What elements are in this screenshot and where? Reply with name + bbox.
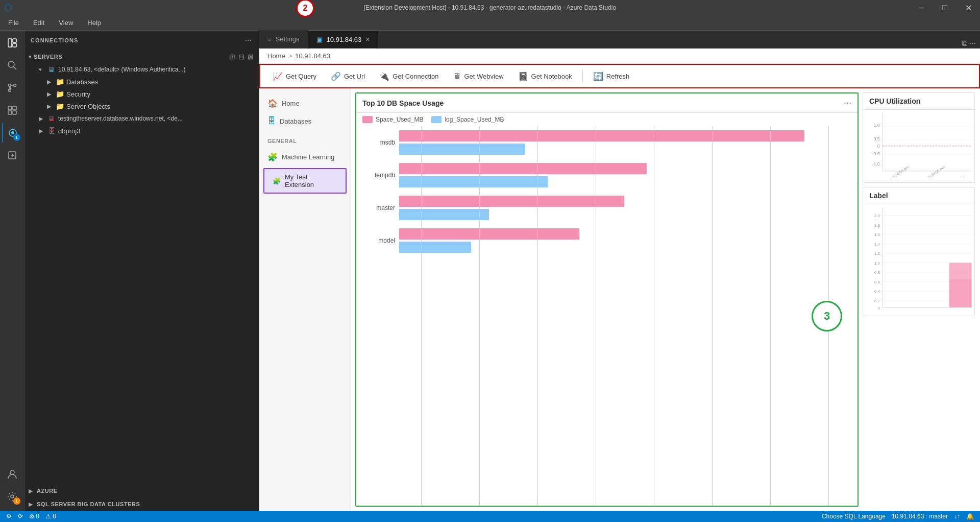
collapse-icon[interactable]: ⊠ — [247, 52, 255, 62]
breadcrumb-sep: > — [288, 52, 292, 60]
app-logo: ⬡ — [4, 2, 12, 13]
statusbar-notify-icon[interactable]: 🔔 — [966, 513, 974, 520]
db-chart-title: Top 10 DB Space Usage — [362, 99, 444, 107]
more-tabs-icon[interactable]: ··· — [969, 39, 976, 48]
server-objects-node[interactable]: ▶ 📁 Server Objects — [24, 100, 259, 112]
label-chart: Label — [863, 187, 975, 316]
label-chart-svg: 2.0 1.8 1.6 1.4 1.2 1.0 0.8 0.6 0.4 0. — [863, 204, 974, 316]
tab-server[interactable]: ▣ 10.91.84.63 × — [308, 30, 379, 48]
svg-rect-10 — [8, 111, 12, 114]
security-label: Security — [66, 90, 90, 98]
breadcrumb-home[interactable]: Home — [267, 52, 285, 60]
activity-account[interactable] — [2, 464, 22, 484]
servers-actions: ⊞ ⊟ ⊠ — [228, 52, 255, 62]
statusbar-settings-icon[interactable]: ⚙ — [6, 513, 12, 520]
get-notebook-icon: 📓 — [518, 72, 528, 81]
svg-line-4 — [13, 67, 16, 70]
dash-nav-general-section: General — [259, 134, 351, 148]
right-charts: CPU Utilization — [863, 88, 980, 511]
toolbar-divider — [582, 70, 583, 82]
server-node-main[interactable]: ▾ 🖥 10.91.84.63, <default> (Windows Auth… — [24, 63, 259, 76]
security-node[interactable]: ▶ 📁 Security — [24, 88, 259, 100]
tab-close-button[interactable]: × — [365, 35, 370, 43]
dash-nav-ml[interactable]: 🧩 Machine Learning — [259, 148, 351, 166]
sql-cluster-chevron: ▶ — [29, 501, 37, 508]
db-space-chart: Top 10 DB Space Usage ··· Space_Used_MB … — [355, 92, 859, 507]
statusbar-errors[interactable]: ⊗ 0 — [29, 513, 39, 520]
testing-server-node[interactable]: ▶ 🖥 testingtheserver.database.windows.ne… — [24, 112, 259, 125]
activity-extensions[interactable] — [2, 100, 22, 121]
activity-connections[interactable]: 1 — [2, 123, 22, 143]
get-query-button[interactable]: 📈 Get Query — [266, 68, 323, 84]
split-editor-icon[interactable]: ⧉ — [962, 39, 967, 48]
svg-rect-8 — [8, 106, 12, 110]
menu-file[interactable]: File — [5, 18, 22, 28]
svg-rect-11 — [13, 111, 16, 114]
databases-chevron: ▶ — [47, 79, 55, 85]
db-chart-more-icon[interactable]: ··· — [844, 98, 851, 108]
servers-collapse[interactable]: ▾ SERVERS — [29, 54, 62, 60]
bar-chart-container: msdb tempdb — [356, 126, 857, 506]
get-notebook-button[interactable]: 📓 Get Notebook — [512, 68, 578, 84]
statusbar-warnings[interactable]: ⚠ 0 — [45, 513, 56, 520]
get-notebook-label: Get Notebook — [531, 73, 572, 80]
get-connection-label: Get Connection — [393, 73, 438, 80]
statusbar-language[interactable]: Choose SQL Language — [822, 513, 886, 520]
dbproj3-icon: 🗄 — [47, 126, 56, 135]
legend-space: Space_Used_MB — [362, 116, 423, 123]
bar-row-msdb: msdb — [364, 130, 849, 155]
legend-log-color — [431, 116, 442, 123]
svg-text:3:24:00 pm: 3:24:00 pm — [891, 164, 910, 179]
get-webview-icon: 🖥 — [453, 72, 461, 81]
svg-text:1.6: 1.6 — [874, 232, 880, 237]
activity-explorer[interactable] — [2, 33, 22, 53]
menu-edit[interactable]: Edit — [30, 18, 47, 28]
svg-text:0.4: 0.4 — [874, 289, 880, 294]
get-url-button[interactable]: 🔗 Get Url — [325, 68, 371, 84]
activity-search[interactable] — [2, 55, 22, 76]
dbproj3-node[interactable]: ▶ 🗄 dbproj3 — [24, 125, 259, 137]
bar-label-msdb: msdb — [364, 139, 395, 146]
bar-model-pink — [399, 228, 579, 240]
new-connection-icon[interactable]: ⊞ — [228, 52, 236, 62]
menu-view[interactable]: View — [56, 18, 76, 28]
maximize-button[interactable]: □ — [933, 0, 957, 15]
activity-settings[interactable]: 1 — [2, 486, 22, 507]
activity-git[interactable] — [2, 78, 22, 98]
refresh-button[interactable]: 🔄 Refresh — [587, 68, 636, 84]
azure-section-header[interactable]: ▶ AZURE — [24, 484, 259, 497]
statusbar-right: Choose SQL Language 10.91.84.63 : master… — [822, 513, 974, 520]
bar-chart: msdb tempdb — [356, 126, 857, 257]
legend-space-color — [362, 116, 373, 123]
filter-icon[interactable]: ⊟ — [237, 52, 246, 62]
server-icon: 🖥 — [47, 65, 56, 74]
testing-server-chevron: ▶ — [39, 115, 47, 122]
cpu-chart-body: 1.0 0.5 0 -0.5 -1.0 SQL Server Process C… — [863, 110, 974, 182]
get-webview-button[interactable]: 🖥 Get Webview — [447, 68, 509, 84]
statusbar-remote-icon[interactable]: ⟳ — [18, 513, 23, 520]
tab-settings[interactable]: ≡ Settings — [259, 30, 308, 48]
server-tab-label: 10.91.84.63 — [327, 36, 362, 43]
sql-cluster-section-header[interactable]: ▶ SQL SERVER BIG DATA CLUSTERS — [24, 497, 259, 511]
statusbar-server[interactable]: 10.91.84.63 : master — [892, 513, 948, 520]
menu-help[interactable]: Help — [84, 18, 104, 28]
activity-admin[interactable] — [2, 145, 22, 165]
minimize-button[interactable]: – — [910, 0, 933, 15]
breadcrumb: Home > 10.91.84.63 2 — [259, 49, 980, 64]
more-actions-icon[interactable]: ··· — [244, 35, 253, 46]
dash-nav-databases[interactable]: 🗄 Databases — [259, 112, 351, 130]
servers-section-header[interactable]: ▾ SERVERS ⊞ ⊟ ⊠ — [24, 50, 259, 63]
get-connection-button[interactable]: 🔌 Get Connection — [373, 68, 445, 84]
dash-nav-ext[interactable]: 🧩 My Test Extension — [263, 168, 347, 194]
ext-icon: 🧩 — [273, 177, 281, 185]
dash-nav-home[interactable]: 🏠 Home — [259, 94, 351, 112]
breadcrumb-server: 10.91.84.63 — [295, 52, 330, 60]
azure-label: AZURE — [37, 488, 58, 494]
databases-node[interactable]: ▶ 📁 Databases — [24, 76, 259, 88]
close-button[interactable]: ✕ — [957, 0, 980, 15]
svg-point-17 — [11, 495, 14, 498]
statusbar-sync-icon[interactable]: ↓↑ — [954, 513, 960, 520]
refresh-label: Refresh — [606, 73, 630, 80]
databases-label: Databases — [66, 78, 98, 86]
legend-log: log_Space_Used_MB — [431, 116, 504, 123]
